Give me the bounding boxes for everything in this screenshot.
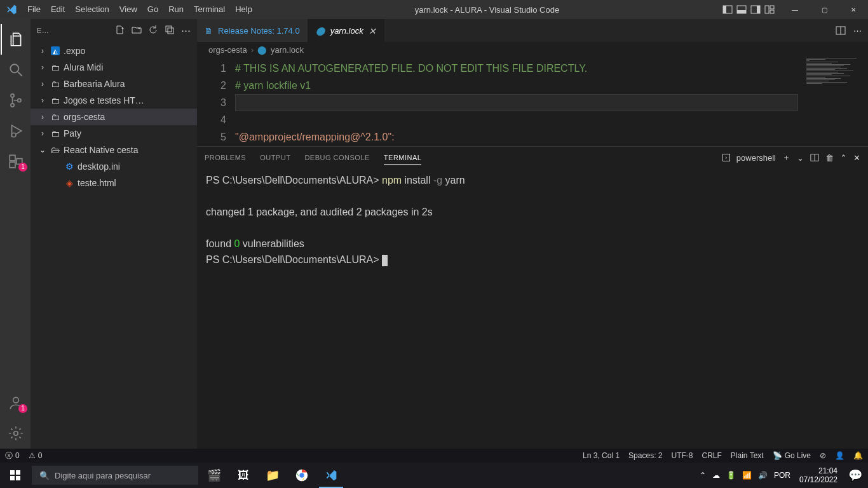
settings-gear-icon[interactable] [1, 418, 31, 449]
collapse-all-icon[interactable] [165, 25, 175, 36]
new-folder-icon[interactable] [132, 25, 142, 36]
terminal-shell-label[interactable]: powershell [736, 153, 776, 163]
start-button[interactable] [0, 463, 31, 488]
tray-wifi-icon[interactable]: 📶 [742, 471, 752, 480]
customize-layout-icon[interactable] [764, 4, 775, 15]
new-file-icon[interactable] [115, 25, 125, 36]
extensions-icon[interactable]: 1 [1, 146, 31, 177]
svg-rect-28 [10, 476, 15, 480]
file-icon: 🗎 [205, 26, 213, 36]
svg-rect-29 [16, 476, 20, 480]
tab-debug-console[interactable]: DEBUG CONSOLE [304, 154, 369, 161]
status-indent[interactable]: Spaces: 2 [628, 451, 662, 460]
tray-onedrive-icon[interactable]: ☁ [712, 471, 720, 480]
breadcrumbs[interactable]: orgs-cesta› ⬤ yarn.lock [197, 42, 868, 57]
search-icon[interactable] [1, 55, 31, 85]
tree-item-expo[interactable]: ›◭.expo [31, 43, 197, 59]
status-language[interactable]: Plain Text [731, 451, 764, 460]
taskbar-app-explorer[interactable]: 📁 [258, 463, 287, 488]
menu-edit[interactable]: Edit [46, 0, 70, 19]
system-tray[interactable]: ⌃ ☁ 🔋 📶 🔊 POR [696, 471, 794, 480]
tree-item-teste-html[interactable]: ◈teste.html [31, 175, 197, 191]
panel-tabs: PROBLEMS OUTPUT DEBUG CONSOLE TERMINAL ›… [197, 147, 868, 168]
taskbar-app-clipchamp[interactable]: 🎬 [200, 463, 229, 488]
toggle-secondary-sidebar-icon[interactable] [750, 4, 761, 15]
menu-help[interactable]: Help [230, 0, 257, 19]
minimize-button[interactable]: ― [780, 0, 810, 19]
accounts-icon[interactable]: 1 [1, 388, 31, 418]
svg-rect-6 [765, 6, 769, 13]
tree-item-react-native[interactable]: ⌄🗁React Native cesta [31, 142, 197, 158]
kill-terminal-icon[interactable]: 🗑 [825, 153, 834, 163]
tree-item-barbearia[interactable]: ›🗀Barbearia Alura [31, 76, 197, 92]
split-terminal-icon[interactable] [810, 153, 819, 162]
status-bell-icon[interactable]: 🔔 [853, 451, 863, 460]
menu-run[interactable]: Run [163, 0, 189, 19]
close-panel-icon[interactable]: ✕ [853, 153, 860, 163]
status-warnings[interactable]: ⚠ 0 [29, 451, 43, 460]
tray-language[interactable]: POR [774, 471, 790, 480]
tab-yarn-lock[interactable]: ⬤ yarn.lock ✕ [308, 19, 384, 42]
tree-item-desktop-ini[interactable]: ⚙desktop.ini [31, 158, 197, 175]
explorer-icon[interactable] [1, 24, 31, 55]
tab-problems[interactable]: PROBLEMS [205, 154, 246, 161]
maximize-button[interactable]: ▢ [810, 0, 839, 19]
taskbar-app-vscode[interactable] [316, 463, 346, 488]
more-icon[interactable]: ⋯ [181, 25, 191, 36]
editor[interactable]: 12345 # THIS IS AN AUTOGENERATED FILE. D… [197, 57, 868, 146]
menu-file[interactable]: File [22, 0, 46, 19]
new-terminal-icon[interactable]: ＋ [782, 152, 790, 163]
status-feedback-icon[interactable]: 👤 [835, 451, 844, 460]
notifications-icon[interactable]: 💬 [843, 463, 868, 488]
svg-rect-21 [168, 28, 173, 34]
status-cursor-pos[interactable]: Ln 3, Col 1 [583, 451, 620, 460]
folder-icon: 🗀 [50, 112, 61, 122]
terminal-profile-icon[interactable]: › [722, 154, 730, 161]
maximize-panel-icon[interactable]: ⌃ [840, 153, 847, 163]
tab-output[interactable]: OUTPUT [260, 154, 290, 161]
toggle-panel-icon[interactable] [736, 4, 747, 15]
svg-rect-8 [770, 10, 774, 13]
html-file-icon: ◈ [64, 178, 75, 188]
tree-item-jogos[interactable]: ›🗀Jogos e testes HT… [31, 92, 197, 109]
tree-item-paty[interactable]: ›🗀Paty [31, 125, 197, 142]
menu-view[interactable]: View [114, 0, 142, 19]
search-icon: 🔍 [39, 471, 50, 480]
taskbar-clock[interactable]: 21:04 07/12/2022 [794, 466, 843, 484]
tree-item-orgs-cesta[interactable]: ›🗀orgs-cesta [31, 109, 197, 125]
folder-icon: 🗀 [50, 79, 61, 89]
more-actions-icon[interactable]: ⋯ [853, 26, 862, 36]
status-eol[interactable]: CRLF [702, 451, 721, 460]
sidebar-title: E… [37, 27, 49, 34]
status-sync-off-icon[interactable]: ⊘ [820, 451, 826, 460]
tab-release-notes[interactable]: 🗎 Release Notes: 1.74.0 [197, 19, 308, 42]
split-editor-icon[interactable] [836, 25, 846, 36]
menu-terminal[interactable]: Terminal [189, 0, 230, 19]
run-debug-icon[interactable] [1, 116, 31, 146]
toggle-primary-sidebar-icon[interactable] [722, 4, 733, 15]
expo-icon: ◭ [51, 46, 60, 55]
taskbar-search[interactable]: 🔍 Digite aqui para pesquisar [32, 466, 198, 485]
minimap[interactable] [804, 57, 868, 146]
tray-chevron-icon[interactable]: ⌃ [700, 471, 706, 480]
menu-bar: File Edit Selection View Go Run Terminal… [22, 0, 257, 19]
terminal-content[interactable]: PS C:\Users\Dell\Documents\ALURA> npm in… [197, 168, 868, 449]
taskbar-app-photos[interactable]: 🖼 [229, 463, 258, 488]
menu-go[interactable]: Go [142, 0, 163, 19]
taskbar-app-chrome[interactable] [287, 463, 316, 488]
tab-terminal[interactable]: TERMINAL [384, 154, 422, 165]
tray-volume-icon[interactable]: 🔊 [758, 471, 768, 480]
activity-bar: 1 1 [0, 19, 31, 449]
status-errors[interactable]: ⓧ 0 [5, 451, 20, 461]
status-encoding[interactable]: UTF-8 [671, 451, 693, 460]
close-button[interactable]: ✕ [839, 0, 868, 19]
svg-rect-7 [770, 6, 774, 9]
tray-battery-icon[interactable]: 🔋 [726, 471, 736, 480]
menu-selection[interactable]: Selection [70, 0, 114, 19]
tree-item-alura-midi[interactable]: ›🗀Alura Midi [31, 59, 197, 76]
terminal-dropdown-icon[interactable]: ⌄ [797, 153, 804, 163]
tab-close-icon[interactable]: ✕ [369, 26, 376, 36]
refresh-icon[interactable] [148, 25, 158, 36]
source-control-icon[interactable] [1, 85, 31, 116]
status-go-live[interactable]: 📡 Go Live [773, 451, 811, 460]
